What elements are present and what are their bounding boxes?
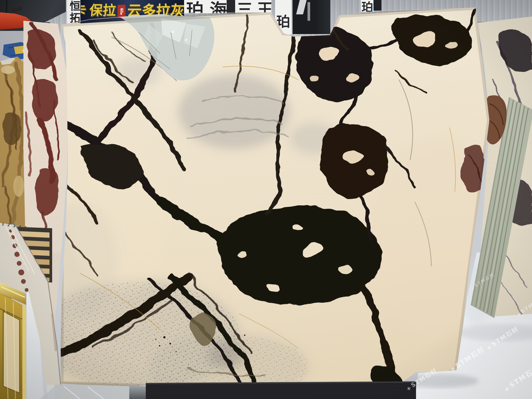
main-marble-slab <box>37 0 508 399</box>
warehouse-photo: N30 恒拓 卡 保拉 老矿 云多拉灰 珀海 三王 珀 珀 <box>0 0 532 399</box>
marble-slabs-illustration <box>0 0 532 399</box>
brass-display-stand <box>0 282 26 399</box>
